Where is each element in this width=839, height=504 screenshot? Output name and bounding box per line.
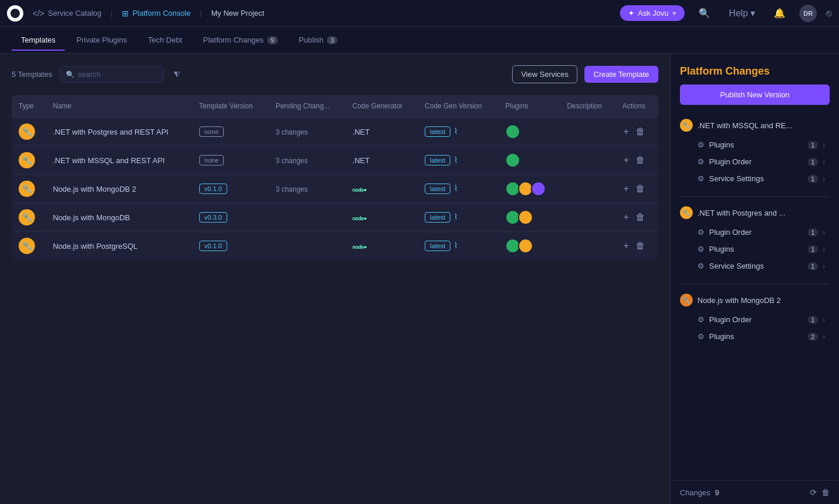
tab-bar: Templates Private Plugins Tech Debt Plat…	[0, 27, 839, 54]
sidebar-section-title: 🔧 .NET with Postgres and ...	[680, 206, 830, 219]
view-services-button[interactable]: View Services	[512, 65, 577, 83]
delete-action-button[interactable]: 🗑	[634, 182, 646, 195]
sidebar-item-label: Service Settings	[709, 262, 803, 270]
platform-console-link[interactable]: ⊞ Platform Console	[122, 9, 191, 18]
row-name: Node.js with MongoDB	[53, 213, 130, 222]
service-catalog-link[interactable]: </> Service Catalog	[33, 9, 101, 18]
sidebar-item-icon: ⚙	[697, 228, 704, 237]
sidebar-delete-button[interactable]: 🗑	[822, 488, 830, 497]
filter-button[interactable]: ⧨	[171, 67, 183, 82]
sidebar-item-row[interactable]: ⚙ Service Settings 1 ›	[680, 170, 830, 187]
help-button[interactable]: Help ▾	[724, 5, 760, 21]
plugin-avatar	[505, 153, 520, 168]
templates-table: Type Name Template Version Pending Chang…	[12, 95, 658, 260]
sidebar-item-row[interactable]: ⚙ Plugins 1 ›	[680, 136, 830, 153]
sidebar-changes-count: 9	[715, 488, 719, 497]
ask-jovu-button[interactable]: ✦ Ask Jovu +	[620, 5, 685, 21]
sidebar-item-row[interactable]: ⚙ Service Settings 1 ›	[680, 258, 830, 274]
top-nav: </> Service Catalog | ⊞ Platform Console…	[0, 0, 839, 27]
col-pending: Pending Chang...	[269, 95, 346, 118]
row-name: Node.js with PostgreSQL	[53, 242, 138, 251]
search-icon: 🔍	[699, 8, 710, 19]
add-action-button[interactable]: +	[622, 125, 630, 138]
grid-icon: ⊞	[122, 9, 129, 18]
pending-changes: 3 changes	[276, 128, 308, 136]
main-layout: 5 Templates 🔍 ⧨ View Services Create Tem…	[0, 54, 839, 504]
sidebar-item-row[interactable]: ⚙ Plugin Order 1 ›	[680, 224, 830, 241]
pending-changes: 3 changes	[276, 157, 308, 165]
chevron-right-icon: ›	[823, 333, 825, 341]
filter-icon: ⧨	[174, 69, 181, 79]
plugin-avatars	[505, 124, 553, 139]
sidebar-item-icon: ⚙	[697, 262, 704, 270]
template-count: 5 Templates	[12, 70, 52, 79]
tab-platform-changes[interactable]: Platform Changes 9	[194, 30, 287, 50]
code-icon: </>	[33, 9, 44, 18]
row-type-icon: 🔧	[19, 152, 35, 168]
sidebar-section-name: .NET with Postgres and ...	[697, 209, 830, 217]
sidebar-section-title: 🔧 Node.js with MongoDB 2	[680, 294, 830, 306]
col-description: Description	[560, 95, 615, 118]
sidebar-item-count: 1	[808, 262, 818, 270]
col-plugins: Plugins	[498, 95, 560, 118]
sidebar-refresh-button[interactable]: ⟳	[810, 488, 817, 497]
sidebar-item-icon: ⚙	[697, 174, 704, 183]
search-box: 🔍	[59, 66, 164, 83]
add-action-button[interactable]: +	[622, 239, 630, 252]
tab-tech-debt[interactable]: Tech Debt	[139, 30, 192, 50]
sidebar-item-count: 2	[808, 333, 818, 341]
app-logo[interactable]	[7, 5, 23, 22]
version-badge: v0.3.0	[199, 212, 227, 223]
refresh-icon: ⟳	[810, 488, 817, 497]
add-action-button[interactable]: +	[622, 211, 630, 224]
plugin-avatars	[505, 210, 553, 225]
delete-action-button[interactable]: 🗑	[634, 154, 646, 167]
sidebar-item-count: 1	[808, 245, 818, 253]
col-code-gen: Code Generator	[346, 95, 418, 118]
search-input[interactable]	[78, 70, 158, 79]
col-actions: Actions	[615, 95, 658, 118]
row-name: Node.js with MongoDB 2	[53, 185, 136, 193]
sidebar-item-row[interactable]: ⚙ Plugins 2 ›	[680, 328, 830, 345]
dotnet-logo: .NET	[352, 128, 370, 136]
create-template-button[interactable]: Create Template	[584, 66, 658, 83]
tab-publish[interactable]: Publish 3	[290, 30, 347, 50]
code-gen-version-badge: latest	[425, 155, 450, 165]
platform-changes-sidebar: Platform Changes Publish New Version 🔧 .…	[670, 54, 839, 504]
delete-action-button[interactable]: 🗑	[634, 239, 646, 252]
sidebar-item-row[interactable]: ⚙ Plugin Order 1 ›	[680, 153, 830, 170]
chevron-right-icon: ›	[823, 262, 825, 270]
notifications-button[interactable]: 🔔	[769, 5, 790, 21]
dotnet-logo: .NET	[352, 156, 370, 165]
search-nav-button[interactable]: 🔍	[694, 5, 715, 21]
row-name: .NET with Postgres and REST API	[53, 128, 168, 136]
actions-cell: + 🗑	[622, 239, 651, 252]
sidebar-item-icon: ⚙	[697, 140, 704, 149]
sidebar-item-row[interactable]: ⚙ Plugins 1 ›	[680, 241, 830, 258]
sidebar-divider	[680, 196, 830, 197]
sidebar-item-icon: ⚙	[697, 245, 704, 253]
add-action-button[interactable]: +	[622, 182, 630, 195]
tab-private-plugins[interactable]: Private Plugins	[67, 30, 136, 50]
add-action-button[interactable]: +	[622, 154, 630, 167]
content-toolbar: 5 Templates 🔍 ⧨ View Services Create Tem…	[12, 65, 658, 83]
plugin-avatars	[505, 181, 553, 196]
row-type-icon: 🔧	[19, 181, 35, 197]
sidebar-divider	[680, 284, 830, 284]
col-template-version: Template Version	[192, 95, 269, 118]
chevron-right-icon: ›	[823, 316, 825, 324]
activity-icon: ⌇	[454, 184, 458, 193]
plus-icon: +	[672, 9, 677, 17]
delete-action-button[interactable]: 🗑	[634, 211, 646, 224]
exit-button[interactable]: ⎋	[826, 8, 832, 19]
pending-changes: 3 changes	[276, 185, 308, 193]
user-avatar[interactable]: DR	[799, 5, 817, 22]
chevron-right-icon: ›	[823, 141, 825, 149]
delete-action-button[interactable]: 🗑	[634, 125, 646, 138]
node-logo: node●	[352, 244, 366, 250]
sidebar-publish-button[interactable]: Publish New Version	[680, 84, 830, 105]
sidebar-item-row[interactable]: ⚙ Plugin Order 1 ›	[680, 311, 830, 328]
actions-cell: + 🗑	[622, 182, 651, 195]
tab-templates[interactable]: Templates	[12, 30, 65, 50]
sidebar-section-icon: 🔧	[680, 206, 693, 219]
